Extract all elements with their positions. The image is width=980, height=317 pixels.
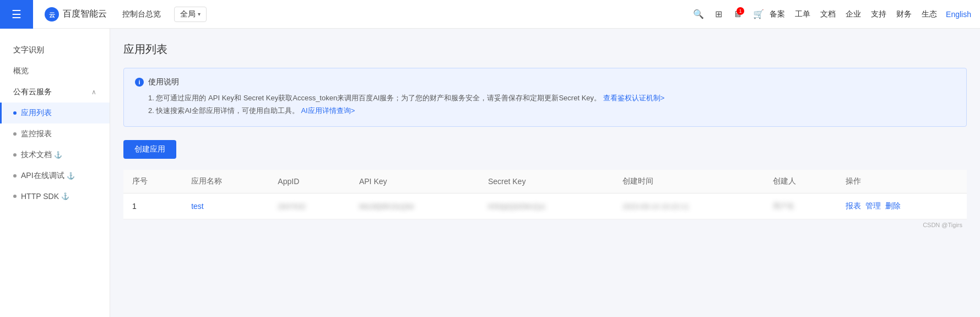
cell-apikey-value: Mk28fj9fK2lsQ9d bbox=[359, 202, 414, 211]
sidebar-dot-icon bbox=[13, 174, 17, 178]
monitor-icon[interactable]: 🖥 1 bbox=[733, 9, 742, 19]
action-report[interactable]: 报表 bbox=[846, 201, 861, 211]
nav-console[interactable]: 控制台总览 bbox=[118, 9, 165, 19]
info-item-1-text: 1. 您可通过应用的 API Key和 Secret Key获取Access_t… bbox=[148, 94, 601, 102]
cell-appid-value: 2847632 bbox=[278, 202, 306, 211]
cell-actions: 报表 管理 删除 bbox=[837, 193, 967, 219]
action-links: 报表 管理 删除 bbox=[846, 201, 958, 211]
menu-button[interactable]: ☰ bbox=[0, 0, 33, 29]
header-nav-items: 备案 工单 文档 企业 支持 财务 生态 bbox=[770, 9, 937, 19]
language-switcher[interactable]: English bbox=[946, 10, 971, 19]
table-head: 序号 应用名称 AppID API Key Secret Key 创建时间 创建… bbox=[123, 170, 967, 194]
app-table: 序号 应用名称 AppID API Key Secret Key 创建时间 创建… bbox=[123, 170, 967, 219]
cell-apikey: Mk28fj9fK2lsQ9d bbox=[350, 193, 479, 219]
sidebar-item-app-list[interactable]: 应用列表 bbox=[0, 103, 110, 123]
sidebar-dot-icon bbox=[13, 111, 17, 115]
sidebar-item-api-debug[interactable]: API在线调试 ⚓ bbox=[0, 165, 110, 186]
sidebar-api-debug-label: API在线调试 bbox=[21, 171, 64, 181]
layout: 文字识别 概览 公有云服务 ∧ 应用列表 监控报表 技术文档 ⚓ API在线调试… bbox=[0, 29, 980, 317]
header-icon-group: 🔍 ⊞ 🖥 1 🛒 bbox=[693, 9, 764, 19]
nav-support[interactable]: 支持 bbox=[871, 9, 886, 19]
header: ☰ 云 百度智能云 控制台总览 全局 ▾ 🔍 ⊞ 🖥 1 🛒 备案 工单 文档 … bbox=[0, 0, 980, 29]
monitor-badge: 1 bbox=[737, 7, 744, 15]
baidu-logo-icon: 云 bbox=[44, 7, 59, 22]
nav-workorder[interactable]: 工单 bbox=[795, 9, 810, 19]
sidebar: 文字识别 概览 公有云服务 ∧ 应用列表 监控报表 技术文档 ⚓ API在线调试… bbox=[0, 29, 110, 317]
page-title: 应用列表 bbox=[123, 42, 967, 57]
main-content: 应用列表 i 使用说明 1. 您可通过应用的 API Key和 Secret K… bbox=[110, 29, 980, 317]
col-header-app-name: 应用名称 bbox=[182, 170, 269, 194]
info-list: 1. 您可通过应用的 API Key和 Secret Key获取Access_t… bbox=[135, 92, 955, 117]
nav-beian[interactable]: 备案 bbox=[770, 9, 785, 19]
table-row: 1 test 2847632 Mk28fj9fK2lsQ9d Kf93jdQ82… bbox=[123, 193, 967, 219]
info-box-header: i 使用说明 bbox=[135, 77, 955, 87]
grid-icon[interactable]: ⊞ bbox=[715, 9, 722, 19]
sidebar-public-cloud-header[interactable]: 公有云服务 ∧ bbox=[0, 82, 110, 103]
nav-ecosystem[interactable]: 生态 bbox=[922, 9, 937, 19]
info-item-2-text: 2. 快速搜索AI全部应用详情，可使用自助工具。 bbox=[148, 106, 299, 115]
table-header-row: 序号 应用名称 AppID API Key Secret Key 创建时间 创建… bbox=[123, 170, 967, 194]
chevron-up-icon: ∧ bbox=[91, 88, 96, 96]
col-header-actions: 操作 bbox=[837, 170, 967, 194]
cell-app-name: test bbox=[182, 193, 269, 219]
sidebar-overview-label: 概览 bbox=[13, 66, 29, 76]
hamburger-icon: ☰ bbox=[12, 8, 21, 21]
col-header-created-at: 创建时间 bbox=[614, 170, 764, 194]
col-header-index: 序号 bbox=[123, 170, 182, 194]
scope-label: 全局 bbox=[180, 9, 196, 19]
svg-text:云: 云 bbox=[49, 12, 55, 18]
info-list-item-2: 2. 快速搜索AI全部应用详情，可使用自助工具。 AI应用详情查询> bbox=[148, 104, 955, 117]
sidebar-http-sdk-label: HTTP SDK bbox=[21, 192, 59, 201]
table-body: 1 test 2847632 Mk28fj9fK2lsQ9d Kf93jdQ82… bbox=[123, 193, 967, 219]
info-box: i 使用说明 1. 您可通过应用的 API Key和 Secret Key获取A… bbox=[123, 68, 967, 127]
ai-app-query-link[interactable]: AI应用详情查询> bbox=[301, 106, 355, 115]
sidebar-dot-icon bbox=[13, 132, 17, 136]
cell-appid: 2847632 bbox=[269, 193, 350, 219]
cart-icon[interactable]: 🛒 bbox=[753, 9, 764, 19]
sidebar-monitor-label: 监控报表 bbox=[21, 129, 52, 139]
info-list-item-1: 1. 您可通过应用的 API Key和 Secret Key获取Access_t… bbox=[148, 92, 955, 104]
info-box-title: 使用说明 bbox=[148, 77, 179, 87]
sidebar-dot-icon bbox=[13, 195, 17, 198]
nav-finance[interactable]: 财务 bbox=[896, 9, 912, 19]
auth-mechanism-link[interactable]: 查看鉴权认证机制> bbox=[603, 94, 665, 102]
sidebar-item-http-sdk[interactable]: HTTP SDK ⚓ bbox=[0, 186, 110, 206]
sidebar-public-cloud-label: 公有云服务 bbox=[13, 87, 52, 97]
sidebar-item-tech-docs[interactable]: 技术文档 ⚓ bbox=[0, 144, 110, 165]
sidebar-item-overview[interactable]: 概览 bbox=[0, 61, 110, 82]
sidebar-app-list-label: 应用列表 bbox=[21, 108, 52, 118]
cell-creator: 用户名 bbox=[764, 193, 837, 219]
create-app-button[interactable]: 创建应用 bbox=[123, 140, 176, 159]
cell-index: 1 bbox=[123, 193, 182, 219]
external-link-icon: ⚓ bbox=[67, 172, 75, 180]
logo: 云 百度智能云 bbox=[44, 7, 107, 22]
sidebar-item-monitor[interactable]: 监控报表 bbox=[0, 123, 110, 144]
sidebar-dot-icon bbox=[13, 153, 17, 157]
info-icon: i bbox=[135, 78, 144, 87]
cell-creator-value: 用户名 bbox=[773, 202, 794, 210]
app-name-link[interactable]: test bbox=[191, 202, 204, 211]
cell-created-at-value: 2023-08-14 10:22:11 bbox=[622, 202, 689, 211]
col-header-appid: AppID bbox=[269, 170, 350, 194]
sidebar-section-title: 文字识别 bbox=[0, 40, 110, 61]
col-header-creator: 创建人 bbox=[764, 170, 837, 194]
sidebar-tech-docs-label: 技术文档 bbox=[21, 150, 52, 160]
action-manage[interactable]: 管理 bbox=[865, 201, 881, 211]
watermark: CSDN @Tigirs bbox=[123, 222, 967, 228]
search-icon[interactable]: 🔍 bbox=[693, 9, 704, 19]
cell-secretkey: Kf93jdQ82lMnZp1 bbox=[479, 193, 614, 219]
col-header-secretkey: Secret Key bbox=[479, 170, 614, 194]
nav-docs[interactable]: 文档 bbox=[820, 9, 836, 19]
cell-secretkey-value: Kf93jdQ82lMnZp1 bbox=[488, 202, 546, 211]
scope-selector[interactable]: 全局 ▾ bbox=[174, 7, 207, 22]
external-link-icon: ⚓ bbox=[61, 192, 69, 200]
col-header-apikey: API Key bbox=[350, 170, 479, 194]
nav-enterprise[interactable]: 企业 bbox=[846, 9, 861, 19]
scope-arrow-icon: ▾ bbox=[198, 11, 201, 17]
action-delete[interactable]: 删除 bbox=[885, 201, 901, 211]
logo-text: 百度智能云 bbox=[63, 8, 107, 20]
cell-created-at: 2023-08-14 10:22:11 bbox=[614, 193, 764, 219]
external-link-icon: ⚓ bbox=[54, 151, 62, 159]
